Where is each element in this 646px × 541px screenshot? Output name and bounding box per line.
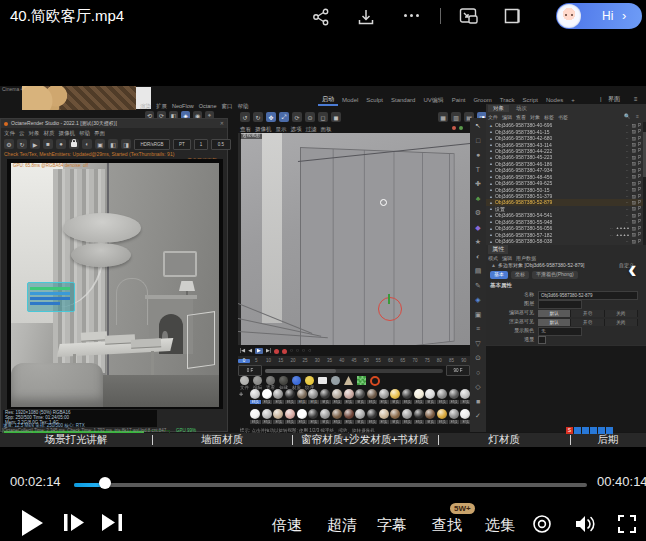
texture-tag-icon: ▨ [632,226,636,231]
chapter-divider [152,435,153,445]
record-circle-icon[interactable] [532,514,552,534]
phong-tag-icon: P [638,129,641,134]
frame-tick: 65 [397,359,409,364]
visibility-dots: ·· [625,135,628,141]
quality-button[interactable]: 超清 [327,516,357,535]
video-frame[interactable]: Cinema 4D 202 启动ModelSculptStandardUV编辑P… [0,86,646,447]
card-icon [318,377,327,384]
layout-tab: Track [496,97,519,103]
visibility-dots: ·· [610,232,613,238]
viewport-menu-item: 查看 [240,126,251,133]
sphere-icon [240,376,249,385]
polygon-icon: ▲ [489,226,493,231]
material-sphere [355,409,365,419]
material-sphere [437,389,447,399]
material-name-label: 材质 [273,400,284,404]
material-sphere [344,409,354,419]
object-name: Obj3d66-9587380-49-625 [495,180,625,186]
material-sphere [297,389,307,399]
texture-tag-icon: ▨ [632,181,636,186]
object-name: Obj3d66-9587380-56-056 [495,225,610,231]
frame-tick: 45 [348,359,360,364]
object-row: ▲Obj3d66-9587380-49-625··▨P [486,180,643,186]
speed-button[interactable]: 倍速 [272,516,302,535]
pip-icon[interactable] [459,7,479,25]
attribute-manager: 属性 模式编辑用户数据 ▲ 多边形对象 [Obj3d66-9587380-52-… [486,245,646,345]
search-button[interactable]: 查找 [432,516,462,535]
more-icon[interactable] [404,14,419,17]
material-thumbnail: 材质 [250,409,261,424]
download-icon[interactable] [357,8,375,26]
texture-tag-icon: ▨ [632,232,636,237]
previous-episode-button[interactable] [64,514,84,531]
subtitle-button[interactable]: 字幕 [377,516,407,535]
material-name-label: 材质 [297,400,308,404]
material-thumbnail: 材质 [285,389,296,404]
texture-tag-icon: ▨ [632,213,636,218]
material-thumbnail: 材质 [425,389,436,404]
phong-tag-icon: P [638,123,641,128]
bottom-right-dock [486,345,646,432]
material-sphere [414,389,424,399]
attribute-menu-item: 用户数据 [516,256,536,262]
share-icon[interactable] [312,8,330,26]
visibility-dots: ·· [625,167,628,173]
miniplayer-icon[interactable] [503,8,521,24]
next-episode-button[interactable] [102,514,122,531]
frame-tick: 90 [458,359,470,364]
material-thumbnail: 材质 [355,389,366,404]
render-floor [103,375,219,407]
transport-button: ▶| [266,348,271,354]
menubar-item: Octane [199,103,217,110]
polygon-icon: ▲ [489,213,493,218]
octane-tool-icon: ▶ [30,139,40,149]
menubar-item: NeoFlow [172,103,194,110]
render-frame: GPU: 65.8ms @RGBA64 denoise: off [7,159,223,409]
octane-tool-icon: ▣ [95,139,105,149]
moon-icon [292,376,301,385]
user-avatar-pill[interactable]: Hi › [556,3,642,29]
attribute-object-title: 多边形对象 [Obj3d66-9587380-52-879] [498,263,584,269]
material-thumbnail: 材质 [273,409,284,424]
progress-knob[interactable] [99,477,111,489]
octane-value-box: HDR/sRGB [134,139,170,150]
viewport-wall-wireframe [300,147,454,345]
timeline-transport: |◀◀▶▶|○○○○ [240,346,311,356]
frame-tick: 0 [238,359,250,364]
polygon-icon: ▲ [489,148,493,153]
fullscreen-icon[interactable] [618,515,636,533]
progress-track[interactable] [74,483,587,487]
frame-ruler: 051015202530354045505560657075808590 [238,356,470,366]
render-overlay-top: GPU: 65.8ms @RGBA64 denoise: off [13,164,88,169]
cone-icon [344,376,353,385]
segment-option: 默认 [538,310,571,317]
current-time: 00:02:14 [10,474,61,489]
panel-collapse-chevron-icon[interactable]: ‹ [628,254,637,285]
material-name-label: 材质 [414,400,425,404]
octane-menu-item: 材质 [44,130,55,137]
segmented-control: 默认开启关闭 [538,319,638,326]
material-sphere [297,409,307,419]
material-thumbnail: 材质 [355,409,366,424]
material-sphere [308,389,318,399]
material-sphere [367,409,377,419]
phong-tag-icon: P [638,161,641,166]
volume-icon[interactable] [575,514,597,534]
polygon-icon: ▲ [489,232,493,237]
attribute-checkbox [538,336,546,344]
octane-value-box: PT [173,139,191,150]
play-button[interactable] [20,509,44,537]
layout-tab: + [567,97,579,103]
material-thumbnail: 材质 [297,409,308,424]
material-thumbnail: 材质 [414,409,425,424]
material-name-label: 材质 [320,420,331,424]
phong-tag-icon: P [638,142,641,147]
chapter-divider [292,435,293,445]
attribute-label: 透显 [486,337,538,343]
frame-tick: 70 [409,359,421,364]
material-thumbnail: 材质 [379,389,390,404]
object-manager-tab: 对象 [488,105,509,112]
material-name-label: 材质 [390,420,401,424]
episodes-button[interactable]: 选集 [485,516,515,535]
material-sphere [262,409,272,419]
